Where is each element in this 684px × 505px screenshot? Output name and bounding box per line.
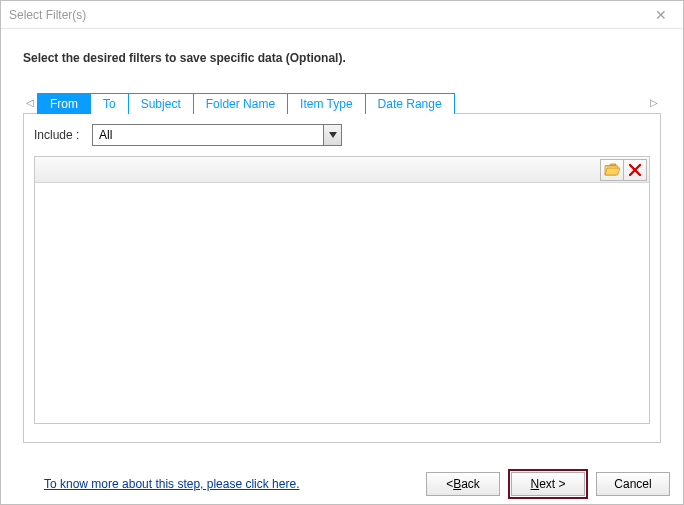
delete-icon[interactable] <box>623 159 647 181</box>
next-underline: N <box>530 477 539 491</box>
dialog-footer: To know more about this step, please cli… <box>0 463 684 505</box>
folder-open-icon[interactable] <box>600 159 624 181</box>
include-value: All <box>99 128 112 142</box>
tab-scroll-left-icon[interactable]: ◁ <box>23 91 37 113</box>
next-button-highlight: Next > <box>508 469 588 499</box>
help-link[interactable]: To know more about this step, please cli… <box>44 477 299 491</box>
back-rest: ack <box>461 477 480 491</box>
tab-folder-name[interactable]: Folder Name <box>193 93 288 114</box>
next-rest: ext > <box>539 477 565 491</box>
include-row: Include : All <box>34 124 650 146</box>
tabs-row: ◁ From To Subject Folder Name Item Type … <box>23 91 661 113</box>
tab-subject[interactable]: Subject <box>128 93 194 114</box>
tab-item-type[interactable]: Item Type <box>287 93 365 114</box>
back-button[interactable]: < Back <box>426 472 500 496</box>
tab-date-range[interactable]: Date Range <box>365 93 455 114</box>
include-combobox[interactable]: All <box>92 124 342 146</box>
tab-from[interactable]: From <box>37 93 91 114</box>
next-button[interactable]: Next > <box>511 472 585 496</box>
back-prefix: < <box>446 477 453 491</box>
tab-to[interactable]: To <box>90 93 129 114</box>
filter-list-body[interactable] <box>35 183 649 423</box>
wizard-buttons: < Back Next > Cancel <box>426 469 670 499</box>
filter-panel: Include : All <box>23 113 661 443</box>
chevron-down-icon[interactable] <box>323 125 341 145</box>
cancel-button[interactable]: Cancel <box>596 472 670 496</box>
titlebar: Select Filter(s) ✕ <box>1 1 683 29</box>
close-icon[interactable]: ✕ <box>647 5 675 25</box>
tab-scroll-right-icon[interactable]: ▷ <box>647 91 661 113</box>
instruction-text: Select the desired filters to save speci… <box>23 51 661 65</box>
filter-listbox <box>34 156 650 424</box>
tabs: From To Subject Folder Name Item Type Da… <box>37 91 647 113</box>
include-label: Include : <box>34 128 86 142</box>
svg-marker-0 <box>329 132 337 138</box>
back-underline: B <box>453 477 461 491</box>
list-toolbar <box>35 157 649 183</box>
window-title: Select Filter(s) <box>9 8 86 22</box>
dialog-content: Select the desired filters to save speci… <box>1 29 683 443</box>
